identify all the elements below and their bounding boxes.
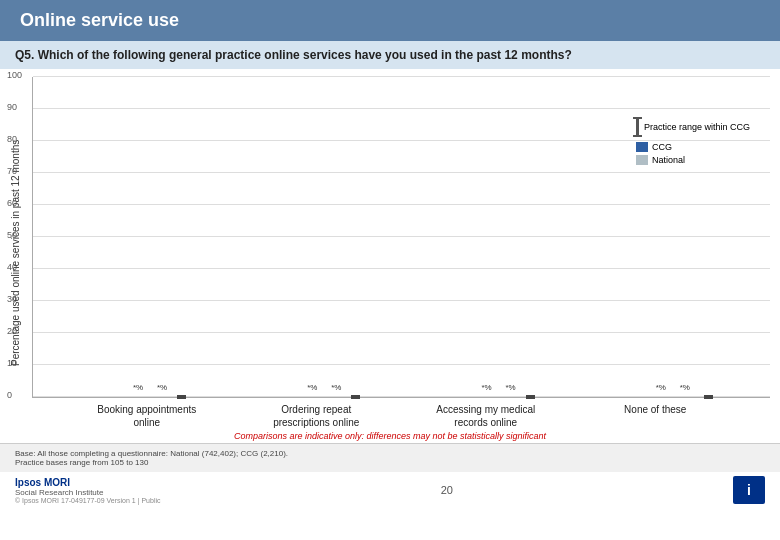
- chart-grid: 0 10 20 30 40 50 60 70 80 90 100 *%: [32, 77, 770, 398]
- ccg-legend-label: CCG: [652, 142, 672, 152]
- bar-label-ccg-records: *%: [482, 383, 492, 392]
- chart-legend: Practice range within CCG CCG National: [636, 117, 750, 168]
- page-number: 20: [441, 484, 453, 496]
- bar-label-ccg-prescriptions: *%: [307, 383, 317, 392]
- comparisons-note: Comparisons are indicative only: differe…: [0, 429, 780, 443]
- x-label-records: Accessing my medicalrecords online: [401, 403, 571, 429]
- x-label-none: None of these: [571, 403, 741, 429]
- question-bar: Q5. Which of the following general pract…: [0, 41, 780, 69]
- range-legend-item: Practice range within CCG: [636, 117, 750, 137]
- y-axis-label: Percentage used online services in past …: [10, 77, 32, 429]
- ccg-legend-box: [636, 142, 648, 152]
- bar-label-ccg-none: *%: [656, 383, 666, 392]
- practice-text: Practice bases range from 105 to 130: [15, 458, 765, 467]
- page-title: Online service use: [20, 10, 179, 30]
- x-label-prescriptions: Ordering repeatprescriptions online: [232, 403, 402, 429]
- logo-line1: Ipsos MORI: [15, 477, 161, 488]
- bar-label-national-none: *%: [680, 383, 690, 392]
- base-text: Base: All those completing a questionnai…: [15, 449, 765, 458]
- x-label-booking: Booking appointmentsonline: [62, 403, 232, 429]
- bar-label-ccg-booking: *%: [133, 383, 143, 392]
- footer: Base: All those completing a questionnai…: [0, 443, 780, 472]
- national-legend-label: National: [652, 155, 685, 165]
- logo-line2: Social Research Institute: [15, 488, 161, 497]
- national-legend-item: National: [636, 155, 750, 165]
- national-legend-box: [636, 155, 648, 165]
- ccg-legend-item: CCG: [636, 142, 750, 152]
- logo-line3: © Ipsos MORI 17-049177-09 Version 1 | Pu…: [15, 497, 161, 504]
- question-text: Q5. Which of the following general pract…: [15, 48, 572, 62]
- ipsos-logo: Ipsos MORI Social Research Institute © I…: [15, 477, 161, 504]
- logo-mark: i: [733, 476, 765, 504]
- bar-label-national-booking: *%: [157, 383, 167, 392]
- header: Online service use: [0, 0, 780, 41]
- footer-bottom: Ipsos MORI Social Research Institute © I…: [0, 472, 780, 508]
- range-legend-label: Practice range within CCG: [644, 122, 750, 132]
- bar-label-national-records: *%: [506, 383, 516, 392]
- range-legend-icon: [636, 117, 639, 137]
- x-axis-labels: Booking appointmentsonline Ordering repe…: [32, 398, 770, 429]
- bar-label-national-prescriptions: *%: [331, 383, 341, 392]
